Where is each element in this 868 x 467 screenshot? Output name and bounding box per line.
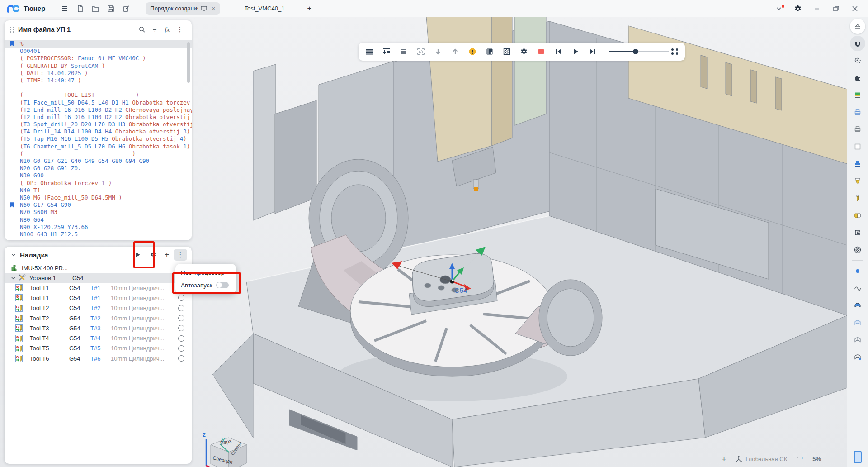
code-line[interactable]: (----------- TOOL LIST -----------) — [5, 91, 192, 99]
tool-row[interactable]: GTool T4G54T#410mm Цилиндрич... — [5, 333, 192, 343]
skip-end-icon[interactable] — [588, 47, 597, 56]
tool-row[interactable]: GTool T3G54T#310mm Цилиндрич... — [5, 323, 192, 333]
tab-close-icon[interactable]: × — [212, 5, 215, 12]
simulation-speed-slider[interactable] — [609, 47, 669, 56]
code-line[interactable]: % — [5, 40, 192, 48]
tab-creation-order[interactable]: Порядок создания × — [146, 2, 220, 15]
fixture-clamp-icon[interactable] — [850, 225, 865, 240]
magnet-snap-icon[interactable] — [850, 36, 865, 51]
curve-icon[interactable] — [850, 281, 865, 296]
bookmark-icon[interactable] — [10, 202, 14, 208]
drag-handle-icon[interactable] — [10, 27, 14, 33]
code-scrollbar[interactable] — [187, 42, 190, 83]
settings-gear-icon[interactable] — [788, 2, 807, 15]
code-line[interactable]: (T2 End_mill_16 D16 L100 D2 H2 Obrabotka… — [5, 114, 192, 121]
nc-panel-menu-icon[interactable]: ⋮ — [174, 24, 186, 35]
tool-row[interactable]: GTool T2G54T#210mm Цилиндрич... — [5, 303, 192, 313]
code-line[interactable]: N20 G0 G28 G91 Z0. — [5, 165, 192, 172]
add-cs-icon[interactable]: + — [722, 455, 726, 463]
point-icon[interactable] — [850, 263, 865, 279]
code-line[interactable]: (T5 Tap_M16 M16 L100 D5 H5 Obrabotka otv… — [5, 135, 192, 143]
formula-fx-icon[interactable]: fx — [161, 24, 174, 35]
tool-radio[interactable] — [178, 335, 184, 342]
tab-test-vmc40[interactable]: Test_VMC40_1 — [240, 2, 289, 15]
warnings-icon[interactable] — [468, 47, 477, 56]
surface-point-icon[interactable] — [850, 349, 865, 365]
gcode-editor[interactable]: %O00401( POSTPROCESSOR: Fanuc 0i MF VMC4… — [5, 38, 192, 238]
run-postprocess-icon[interactable] — [131, 249, 145, 261]
setup-tree-item-selected[interactable]: Установ 1 G54 — [5, 273, 192, 283]
notification-flag-icon[interactable]: 1 — [795, 455, 804, 463]
surface-blue-icon[interactable] — [850, 298, 865, 313]
divide-icon[interactable]: ÷ — [148, 24, 161, 35]
probe-icon[interactable] — [850, 53, 865, 68]
code-line[interactable]: ( DATE: 14.04.2025 ) — [5, 70, 192, 77]
align-lines-icon[interactable] — [365, 47, 374, 56]
code-line[interactable]: (T4 Drill_14 D14 L100 D4 H4 Obrabotka ot… — [5, 128, 192, 135]
tool-radio[interactable] — [178, 345, 184, 352]
setup-settings-gear-icon[interactable] — [146, 249, 160, 261]
blank-square-icon[interactable] — [850, 139, 865, 154]
new-file-icon[interactable] — [72, 2, 88, 15]
tool-radio[interactable] — [178, 325, 184, 331]
line-list-icon[interactable] — [399, 47, 408, 56]
restore-icon[interactable] — [826, 2, 845, 15]
new-tab-icon[interactable]: + — [302, 2, 317, 15]
open-folder-icon[interactable] — [88, 2, 103, 15]
code-line[interactable]: ( GENERATED BY SprutCAM ) — [5, 62, 192, 70]
code-line[interactable]: O00401 — [5, 48, 192, 55]
hatch-section-icon[interactable] — [850, 242, 865, 257]
step-up-icon[interactable] — [451, 47, 460, 56]
machine-blue-filled-icon[interactable] — [850, 156, 865, 172]
tool-radio[interactable] — [178, 355, 184, 362]
tool-row[interactable]: GTool T1G54T#110mm Цилиндрич... — [5, 293, 192, 303]
search-icon[interactable] — [136, 24, 148, 35]
code-line[interactable]: N80 G64 — [5, 216, 192, 224]
machine-panel-icon[interactable] — [485, 47, 494, 56]
code-line[interactable]: N90 X-120.259 Y73.66 — [5, 224, 192, 231]
code-line[interactable]: N50 M6 (Face_mill_50 D64.5MM ) — [5, 194, 192, 201]
updates-chevron-icon[interactable] — [769, 2, 788, 15]
code-line[interactable]: ( POSTPROCESSOR: Fanuc 0i MF VMC40C ) — [5, 55, 192, 62]
stop-icon[interactable] — [537, 47, 546, 56]
code-line[interactable]: N60 G17 G54 G90 — [5, 201, 192, 209]
tool-radio[interactable] — [178, 295, 184, 301]
drill-tool-icon[interactable] — [850, 191, 865, 206]
view-cube[interactable]: Верх Спереди Справа Z Y X — [198, 428, 257, 467]
collapse-chevron-icon[interactable] — [11, 252, 16, 257]
surface-grid-icon[interactable] — [850, 332, 865, 348]
machine-tree-item[interactable]: IMU-5X 400 PR... — [5, 263, 192, 273]
menu-item-postprocessor[interactable]: Постпроцессор — [175, 266, 236, 279]
toolbar-drag-handle-icon[interactable] — [671, 48, 679, 55]
workpiece-icon[interactable] — [850, 208, 865, 223]
code-line[interactable]: N10 G0 G17 G21 G40 G49 G54 G80 G94 G90 — [5, 157, 192, 165]
code-line[interactable]: N30 G90 — [5, 172, 192, 179]
slider-knob[interactable] — [633, 49, 638, 54]
tool-holder-icon[interactable] — [850, 173, 865, 189]
tool-row[interactable]: GTool T1G54T#110mm Цилиндрич... — [5, 283, 192, 293]
focus-frame-icon[interactable] — [416, 47, 425, 56]
bookmark-icon[interactable] — [10, 41, 14, 47]
tree-chevron-icon[interactable] — [11, 276, 16, 281]
code-line[interactable]: (T1 Face_mill_50 D64.5 L40 D1 H1 Obrabot… — [5, 99, 192, 106]
tool-radio[interactable] — [178, 305, 184, 311]
coordinate-system-icon[interactable]: Глобальная СК — [735, 455, 787, 463]
code-line[interactable] — [5, 84, 192, 91]
autostart-toggle[interactable] — [216, 282, 229, 288]
stock-layers-icon[interactable] — [850, 87, 865, 103]
machine-blue-outline-icon[interactable] — [850, 105, 865, 120]
code-line[interactable]: N70 S600 M3 — [5, 209, 192, 216]
skip-start-icon[interactable] — [554, 47, 563, 56]
minimize-icon[interactable] — [807, 2, 826, 15]
tool-row[interactable]: GTool T5G54T#510mm Цилиндрич... — [5, 343, 192, 353]
tool-radio[interactable] — [178, 315, 184, 321]
step-down-icon[interactable] — [434, 47, 443, 56]
main-menu-icon[interactable] — [57, 2, 72, 15]
code-line[interactable]: (T6 Chamfer_mill_5 D5 L70 D6 H6 Obrabotk… — [5, 143, 192, 150]
add-setup-icon[interactable]: + — [160, 249, 174, 261]
toolpath-hatch-icon[interactable] — [502, 47, 511, 56]
code-line[interactable]: N100 G43 H1 Z12.5 — [5, 231, 192, 238]
code-line[interactable]: ( TIME: 14:40:47 ) — [5, 77, 192, 84]
setup-menu-icon[interactable]: ⋮ — [174, 249, 187, 261]
code-line[interactable]: ( OP: Obrabotka torczev 1 ) — [5, 180, 192, 187]
